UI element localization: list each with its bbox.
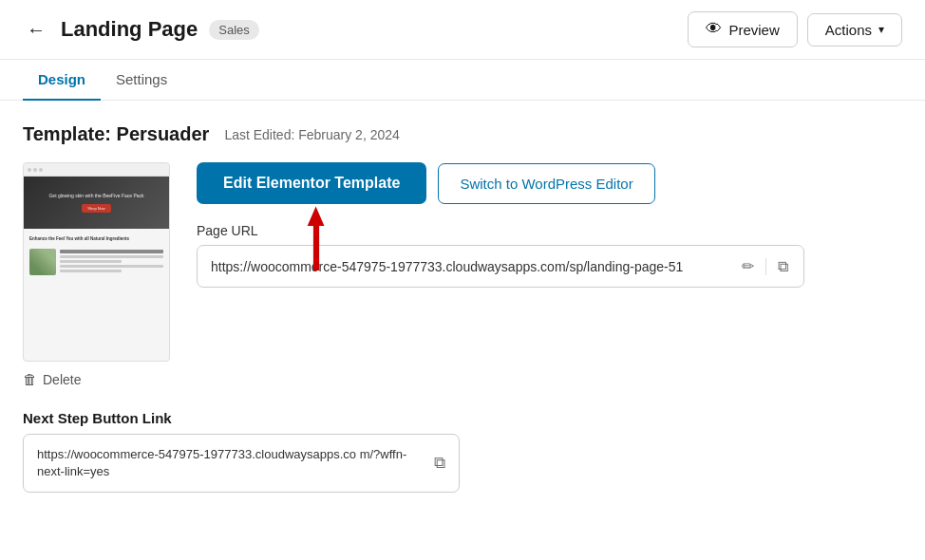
thumb-dot-1	[28, 168, 31, 172]
chevron-down-icon: ▾	[878, 23, 884, 36]
preview-button[interactable]: 👁 Preview	[688, 11, 797, 47]
thumb-dot-3	[39, 168, 43, 172]
thumb-line	[60, 270, 122, 272]
page-title: Landing Page	[61, 17, 198, 42]
trash-icon: 🗑	[23, 371, 37, 387]
url-value: https://woocommerce-547975-1977733.cloud…	[211, 259, 730, 274]
next-step-field: https://woocommerce-547975-1977733.cloud…	[23, 434, 460, 493]
sales-badge: Sales	[209, 20, 259, 40]
page-content: Template: Persuader Last Edited: Februar…	[0, 101, 925, 493]
thumbnail-column: Get glowing skin with the BeeFive Face P…	[23, 162, 170, 387]
thumb-text-lines-1	[60, 250, 163, 272]
back-button[interactable]: ←	[23, 15, 49, 45]
template-title: Template: Persuader	[23, 123, 209, 145]
last-edited: Last Edited: February 2, 2024	[224, 127, 399, 142]
thumb-hero-btn: Shop Now	[82, 204, 110, 213]
header: ← Landing Page Sales 👁 Preview Actions ▾	[0, 0, 925, 60]
thumb-section-1	[24, 244, 169, 280]
template-thumbnail: Get glowing skin with the BeeFive Face P…	[23, 162, 170, 362]
actions-button[interactable]: Actions ▾	[807, 13, 902, 47]
header-actions: 👁 Preview Actions ▾	[688, 11, 902, 47]
template-header: Template: Persuader Last Edited: Februar…	[23, 123, 902, 145]
copy-icon: ⧉	[778, 258, 788, 275]
thumb-line	[60, 255, 163, 258]
url-field: https://woocommerce-547975-1977733.cloud…	[197, 245, 804, 288]
url-copy-button[interactable]: ⧉	[776, 256, 790, 277]
url-edit-button[interactable]: ✏	[740, 255, 756, 277]
thumb-line	[60, 250, 163, 253]
url-divider	[765, 258, 766, 275]
next-step-section: Next Step Button Link https://woocommerc…	[23, 410, 902, 493]
preview-label: Preview	[728, 22, 779, 38]
delete-row[interactable]: 🗑 Delete	[23, 371, 170, 387]
next-step-copy-button[interactable]: ⧉	[434, 454, 445, 473]
actions-label: Actions	[825, 22, 872, 38]
tab-settings[interactable]: Settings	[101, 60, 182, 101]
copy-icon: ⧉	[434, 454, 445, 473]
thumb-line	[60, 265, 163, 268]
delete-label: Delete	[43, 372, 81, 387]
eye-icon: 👁	[706, 20, 722, 39]
thumb-body: Enhance the Feel You with all Natural In…	[24, 229, 169, 361]
next-step-label: Next Step Button Link	[23, 410, 902, 426]
thumbnail-inner: Get glowing skin with the BeeFive Face P…	[24, 163, 169, 361]
thumb-hero: Get glowing skin with the BeeFive Face P…	[24, 177, 169, 229]
main-row: Get glowing skin with the BeeFive Face P…	[23, 162, 902, 387]
pencil-icon: ✏	[742, 257, 754, 275]
right-column: Edit Elementor Template Switch to WordPr…	[197, 162, 902, 288]
thumb-line	[60, 260, 122, 263]
switch-wordpress-button[interactable]: Switch to WordPress Editor	[438, 163, 654, 204]
next-step-value: https://woocommerce-547975-1977733.cloud…	[37, 446, 425, 480]
tabs-bar: Design Settings	[0, 60, 925, 101]
thumb-hero-text: Get glowing skin with the BeeFive Face P…	[48, 193, 143, 199]
editor-buttons: Edit Elementor Template Switch to WordPr…	[197, 162, 902, 204]
edit-elementor-button[interactable]: Edit Elementor Template	[197, 162, 426, 204]
thumb-dot-2	[33, 168, 37, 172]
url-section: Page URL https://woocommerce-547975-1977…	[197, 223, 902, 288]
thumb-section-title: Enhance the Feel You with all Natural In…	[24, 233, 169, 244]
thumb-img-1	[29, 249, 56, 275]
thumb-top-bar	[24, 163, 169, 177]
tab-design[interactable]: Design	[23, 60, 101, 101]
url-label: Page URL	[197, 223, 902, 238]
